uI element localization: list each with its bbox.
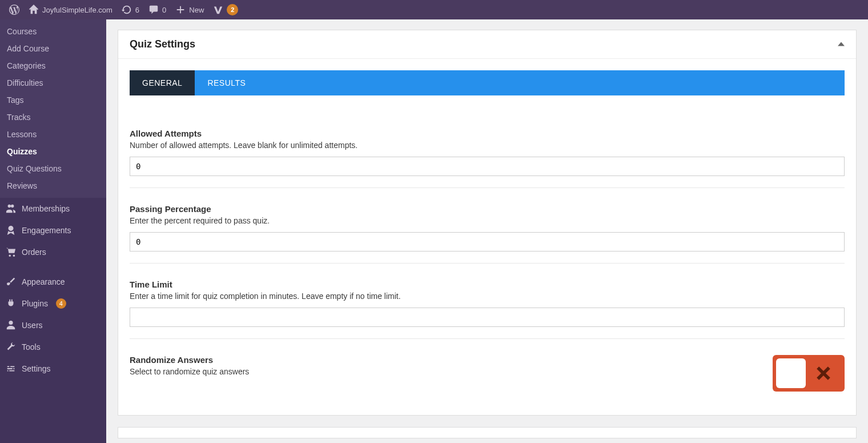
field-label: Passing Percentage	[130, 204, 845, 214]
allowed-attempts-input[interactable]	[130, 157, 845, 176]
sidebar-label-users: Users	[22, 321, 43, 330]
field-desc: Select to randomize quiz answers	[130, 367, 845, 376]
field-desc: Number of allowed attempts. Leave blank …	[130, 141, 845, 150]
field-time-limit: Time Limit Enter a time limit for quiz c…	[130, 264, 845, 339]
site-name-label: JoyfulSimpleLife.com	[42, 6, 112, 14]
randomize-toggle[interactable]	[773, 355, 845, 392]
fields-container: Allowed Attempts Number of allowed attem…	[118, 107, 856, 415]
sidebar-item-appearance[interactable]: Appearance	[0, 271, 106, 293]
sidebar-item-quizzes[interactable]: Quizzes	[0, 143, 106, 160]
sidebar-item-add-course[interactable]: Add Course	[0, 40, 106, 57]
field-label: Time Limit	[130, 280, 845, 289]
refresh-icon	[122, 5, 132, 15]
chevron-up-icon	[838, 41, 845, 47]
user-icon	[6, 320, 16, 330]
field-desc: Enter the percent required to pass quiz.	[130, 216, 845, 225]
sidebar-item-difficulties[interactable]: Difficulties	[0, 74, 106, 91]
sidebar-submenu: Courses Add Course Categories Difficulti…	[0, 19, 106, 198]
sidebar-item-tags[interactable]: Tags	[0, 91, 106, 109]
new-label: New	[189, 6, 204, 14]
sidebar-label-appearance: Appearance	[22, 277, 65, 286]
panel-title: Quiz Settings	[130, 38, 195, 50]
passing-percentage-input[interactable]	[130, 232, 845, 252]
updates-link[interactable]: 6	[117, 5, 144, 15]
users-group-icon	[6, 203, 16, 214]
field-label: Allowed Attempts	[130, 129, 845, 138]
admin-sidebar: Courses Add Course Categories Difficulti…	[0, 19, 106, 443]
new-content-link[interactable]: New	[171, 5, 208, 15]
sidebar-label-memberships: Memberships	[22, 204, 70, 213]
content-area: Quiz Settings GENERAL RESULTS Allowed At…	[106, 19, 868, 443]
sidebar-item-plugins[interactable]: Plugins 4	[0, 293, 106, 314]
sidebar-item-memberships[interactable]: Memberships	[0, 198, 106, 219]
tabs-bar: GENERAL RESULTS	[130, 70, 845, 95]
sidebar-item-reviews[interactable]: Reviews	[0, 177, 106, 194]
sidebar-item-quiz-questions[interactable]: Quiz Questions	[0, 160, 106, 177]
admin-bar: JoyfulSimpleLife.com 6 0 New 2	[0, 0, 868, 19]
comments-link[interactable]: 0	[144, 5, 171, 15]
sidebar-label-engagements: Engagements	[22, 226, 71, 235]
site-name-link[interactable]: JoyfulSimpleLife.com	[24, 5, 117, 15]
yoast-link[interactable]: 2	[208, 4, 243, 15]
panel-header: Quiz Settings	[118, 30, 856, 59]
panel-collapse-toggle[interactable]	[838, 39, 845, 50]
quiz-settings-panel: Quiz Settings GENERAL RESULTS Allowed At…	[118, 30, 857, 416]
updates-count: 6	[135, 6, 139, 14]
field-desc: Enter a time limit for quiz completion i…	[130, 292, 845, 301]
sliders-icon	[6, 364, 16, 374]
wrench-icon	[6, 342, 16, 352]
sidebar-label-plugins: Plugins	[22, 299, 48, 308]
wp-logo[interactable]	[5, 5, 24, 15]
sidebar-item-lessons[interactable]: Lessons	[0, 126, 106, 143]
sidebar-item-tracks[interactable]: Tracks	[0, 109, 106, 126]
field-randomize-answers: Randomize Answers Select to randomize qu…	[130, 339, 845, 392]
home-icon	[29, 5, 39, 15]
cart-icon	[6, 247, 16, 257]
sidebar-item-engagements[interactable]: Engagements	[0, 219, 106, 241]
plugins-update-badge: 4	[56, 298, 66, 309]
sidebar-item-orders[interactable]: Orders	[0, 241, 106, 263]
tab-results[interactable]: RESULTS	[195, 70, 258, 95]
brush-icon	[6, 277, 16, 287]
sidebar-item-categories[interactable]: Categories	[0, 57, 106, 74]
plus-icon	[175, 5, 186, 15]
sidebar-label-tools: Tools	[22, 342, 41, 352]
x-icon	[815, 365, 831, 381]
field-passing-percentage: Passing Percentage Enter the percent req…	[130, 188, 845, 264]
sidebar-label-settings: Settings	[22, 364, 51, 373]
field-label: Randomize Answers	[130, 355, 845, 365]
plug-icon	[6, 298, 16, 309]
toggle-knob	[776, 358, 806, 388]
tab-general[interactable]: GENERAL	[130, 70, 195, 95]
toggle-off-indicator	[806, 365, 841, 381]
comment-icon	[148, 5, 159, 15]
sidebar-item-settings[interactable]: Settings	[0, 358, 106, 380]
field-allowed-attempts: Allowed Attempts Number of allowed attem…	[130, 113, 845, 188]
yoast-badge: 2	[227, 4, 238, 15]
sidebar-item-tools[interactable]: Tools	[0, 336, 106, 358]
sidebar-label-orders: Orders	[22, 248, 46, 257]
sidebar-item-courses[interactable]: Courses	[0, 23, 106, 40]
award-icon	[6, 225, 16, 236]
comments-count: 0	[162, 6, 166, 14]
wordpress-icon	[9, 5, 19, 15]
next-panel-peek	[118, 427, 857, 438]
yoast-icon	[213, 5, 223, 15]
sidebar-item-users[interactable]: Users	[0, 314, 106, 336]
time-limit-input[interactable]	[130, 308, 845, 327]
